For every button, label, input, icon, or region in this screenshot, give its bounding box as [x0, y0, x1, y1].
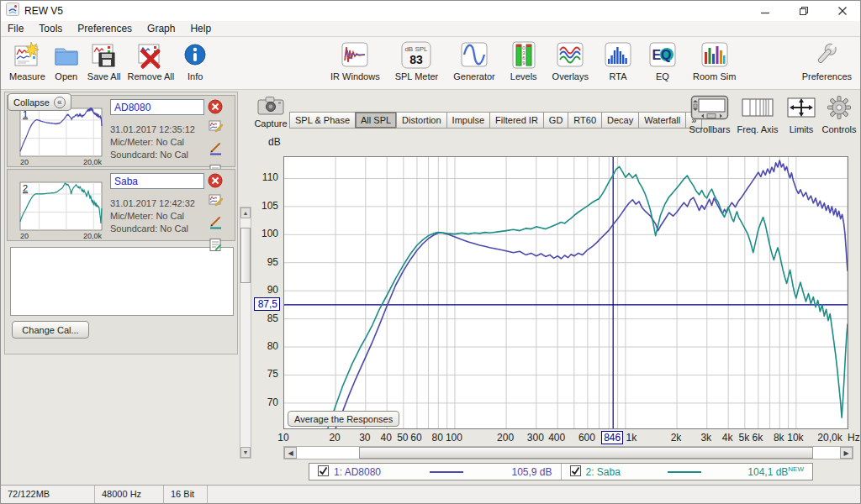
overlays-button[interactable]: Overlays [549, 39, 592, 82]
eq-button[interactable]: EQ EQ [644, 39, 681, 82]
menu-tools[interactable]: Tools [39, 23, 62, 34]
cursor-db-readout: 87,5 [254, 297, 280, 311]
menu-preferences[interactable]: Preferences [77, 23, 132, 34]
tab-rt60[interactable]: RT60 [568, 112, 602, 129]
restore-button[interactable] [784, 1, 823, 21]
freq-axis-button[interactable]: Freq. Axis [734, 95, 781, 134]
tab-filtered-ir[interactable]: Filtered IR [489, 112, 544, 129]
spl-meter-icon: dB SPL83 [399, 40, 433, 71]
measurement-thumbnail[interactable]: 22020,0k [10, 181, 103, 240]
controls-button[interactable]: Controls [820, 95, 858, 134]
gear-icon [827, 95, 852, 120]
tab-distortion[interactable]: Distortion [396, 112, 446, 129]
measurement-date: 31.01.2017 12:35:12 [110, 123, 195, 136]
measurement-name-input[interactable] [110, 173, 204, 189]
spl-meter-button[interactable]: dB SPL83 SPL Meter [392, 39, 442, 82]
limits-button[interactable]: Limits [784, 95, 818, 134]
levels-icon: 0369 [511, 40, 536, 71]
eq-icon-text: EQ [652, 48, 671, 62]
y-axis-unit-label: dB [268, 136, 281, 148]
measurement-actions-icon[interactable] [209, 192, 223, 210]
trace-checkbox[interactable] [570, 465, 581, 479]
trace-settings-icon[interactable] [209, 141, 223, 159]
preferences-button[interactable]: Preferences [799, 39, 855, 82]
x-tick-label: 20 [329, 432, 340, 444]
eq-icon: EQ [647, 40, 678, 71]
close-button[interactable] [823, 1, 861, 21]
trace-settings-icon[interactable] [209, 215, 223, 233]
save-all-button[interactable]: Save All [84, 39, 124, 82]
window-titlebar: REW V5 [1, 1, 861, 21]
tab-all-spl[interactable]: All SPL [355, 112, 397, 129]
ir-windows-button[interactable]: IR Windows [327, 39, 383, 82]
rta-icon [604, 40, 632, 71]
generator-icon [459, 40, 489, 71]
x-tick-label: 600 [578, 432, 595, 444]
measurement-thumbnail[interactable]: 12020,0k [10, 108, 103, 166]
scroll-right-arrow[interactable]: ▶ [840, 447, 853, 459]
menu-help[interactable]: Help [190, 23, 211, 34]
y-tick-label: 80 [250, 340, 278, 352]
info-button[interactable]: Info [177, 39, 213, 82]
legend-trace-value: 105,9 dB [511, 466, 552, 478]
scroll-down-arrow[interactable]: ▼ [240, 447, 251, 458]
rta-button[interactable]: RTA [600, 39, 636, 82]
x-tick-label: 1k [626, 432, 637, 444]
remove-all-button[interactable]: Remove All [124, 39, 178, 82]
x-tick-label: 2k [671, 432, 682, 444]
delete-measurement-button[interactable] [208, 173, 223, 188]
x-tick-label: 80 [432, 432, 443, 444]
menu-file[interactable]: File [8, 23, 24, 34]
memory-status: 72/122MB [1, 486, 95, 503]
average-responses-button[interactable]: Average the Responses [288, 411, 399, 427]
menu-graph[interactable]: Graph [147, 23, 175, 34]
capture-button[interactable]: Capture [253, 95, 288, 129]
scrollbars-icon [690, 95, 729, 120]
measurement-card[interactable]: 22020,0k31.01.2017 12:42:32Mic/Meter: No… [7, 169, 235, 241]
thumb-x-min-label: 20 [20, 232, 29, 240]
x-tick-label: 30 [359, 432, 370, 444]
notes-icon[interactable] [209, 238, 223, 255]
trace-checkbox[interactable] [318, 465, 329, 479]
y-tick-label: 100 [250, 228, 278, 239]
generator-button[interactable]: Generator [450, 39, 499, 82]
room-sim-button[interactable]: Room Sim [689, 39, 739, 82]
scrollbars-button[interactable]: Scrollbars [689, 95, 731, 134]
scroll-left-arrow[interactable]: ◀ [284, 447, 297, 459]
tab-impulse[interactable]: Impulse [446, 112, 491, 129]
remove-all-icon [136, 40, 165, 71]
y-tick-label: 105 [250, 200, 278, 212]
collapse-panel-button[interactable]: Collapse « [8, 93, 71, 111]
measurement-name-input[interactable] [110, 99, 204, 115]
open-button[interactable]: Open [49, 39, 84, 82]
delete-measurement-button[interactable] [208, 99, 223, 114]
panel-scrollbar[interactable]: ▲ ▼ [240, 207, 251, 459]
x-tick-label: 40 [381, 432, 392, 444]
measurement-list-empty-area[interactable] [10, 247, 234, 316]
overlays-icon [555, 40, 585, 71]
levels-button[interactable]: 0369 Levels [507, 39, 541, 82]
bit-depth-status: 16 Bit [164, 486, 208, 503]
legend-trace-name: 1: AD8080 [334, 466, 381, 478]
legend-entry: 1: AD8080105,9 dB [309, 464, 561, 480]
tab-decay[interactable]: Decay [601, 112, 639, 129]
measure-icon [13, 40, 41, 71]
graph-h-scrollbar[interactable]: ◀ ▶ [283, 446, 853, 459]
thumb-x-max-label: 20,0k [83, 232, 103, 240]
legend-trace-value: 104,1 dBNEW [747, 465, 804, 478]
spl-chart[interactable] [283, 156, 848, 429]
window-controls [746, 1, 861, 21]
tab-gd[interactable]: GD [543, 112, 569, 129]
legend-entry: 2: Saba104,1 dBNEW [561, 464, 813, 480]
graph-scroll-thumb[interactable] [359, 447, 813, 459]
x-tick-label: 300 [527, 432, 544, 444]
minimize-button[interactable] [746, 1, 784, 21]
tab-waterfall[interactable]: Waterfall [638, 112, 686, 129]
x-tick-label: 5k [738, 432, 749, 444]
measure-button[interactable]: Measure [6, 39, 49, 82]
measurement-actions-icon[interactable] [209, 118, 223, 136]
graph-tabs: SPL & PhaseAll SPLDistortionImpulseFilte… [290, 112, 702, 129]
tab-spl-phase[interactable]: SPL & Phase [289, 112, 356, 129]
x-tick-label: 10k [787, 432, 803, 444]
change-cal-button[interactable]: Change Cal... [12, 321, 89, 339]
